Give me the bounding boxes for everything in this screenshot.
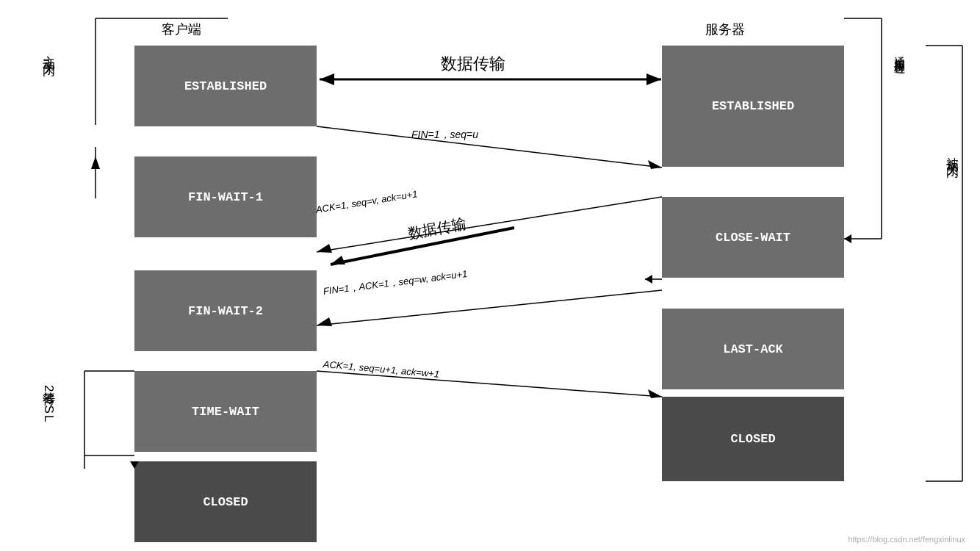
- close-wait-box: CLOSE-WAIT: [662, 197, 844, 278]
- closed-server-label: CLOSED: [730, 432, 775, 446]
- data-transfer-mid: 数据传输: [406, 214, 467, 243]
- svg-line-19: [317, 126, 662, 168]
- fin-wait-2-box: FIN-WAIT-2: [134, 270, 317, 351]
- server-header: 服务器: [705, 21, 745, 38]
- established-client-box: ESTABLISHED: [134, 46, 317, 126]
- watermark: https://blog.csdn.net/fengxinlinux: [848, 535, 965, 544]
- closed-client-label: CLOSED: [203, 495, 248, 509]
- last-ack-label: LAST-ACK: [723, 342, 783, 356]
- passive-close-label: 被动关闭: [944, 147, 961, 159]
- svg-marker-18: [646, 73, 661, 85]
- time-wait-label: TIME-WAIT: [192, 405, 259, 419]
- time-wait-box: TIME-WAIT: [134, 371, 317, 452]
- svg-line-27: [317, 371, 662, 397]
- last-ack-box: LAST-ACK: [662, 309, 844, 389]
- tcp-diagram: ESTABLISHED FIN-WAIT-1 FIN-WAIT-2 TIME-W…: [0, 0, 980, 551]
- svg-marker-28: [648, 389, 662, 398]
- svg-marker-30: [645, 275, 652, 284]
- closed-server-box: CLOSED: [662, 397, 844, 481]
- active-close-label: 主动关闭: [40, 46, 57, 57]
- svg-line-25: [317, 290, 662, 325]
- svg-marker-24: [331, 256, 345, 264]
- established-client-label: ESTABLISHED: [184, 79, 267, 93]
- ack1-label: ACK=1, seq=v, ack=u+1: [315, 188, 419, 215]
- svg-marker-26: [317, 317, 332, 326]
- wait-2msl-label: 等待2MSL: [40, 382, 57, 423]
- client-header: 客户端: [162, 21, 201, 38]
- svg-marker-3: [91, 156, 100, 169]
- ack2-label: ACK=1, seq=u+1, ack=w+1: [323, 359, 439, 380]
- close-wait-label: CLOSE-WAIT: [716, 231, 790, 245]
- fin-ack-label: FIN=1，ACK=1，seq=w, ack=u+1: [323, 267, 468, 298]
- established-server-box: ESTABLISHED: [662, 46, 844, 167]
- svg-marker-20: [648, 160, 662, 169]
- fin-wait-1-label: FIN-WAIT-1: [188, 190, 263, 204]
- svg-marker-17: [320, 73, 334, 85]
- notify-app-label: 通知应用进程: [893, 48, 907, 57]
- svg-marker-22: [317, 244, 332, 253]
- data-transfer-top: 数据传输: [441, 53, 505, 75]
- fin1-label: FIN=1，seq=u: [411, 129, 478, 142]
- closed-client-box: CLOSED: [134, 461, 317, 542]
- fin-wait-1-box: FIN-WAIT-1: [134, 156, 317, 237]
- established-server-label: ESTABLISHED: [712, 99, 794, 113]
- fin-wait-2-label: FIN-WAIT-2: [188, 304, 263, 318]
- svg-marker-12: [844, 234, 851, 243]
